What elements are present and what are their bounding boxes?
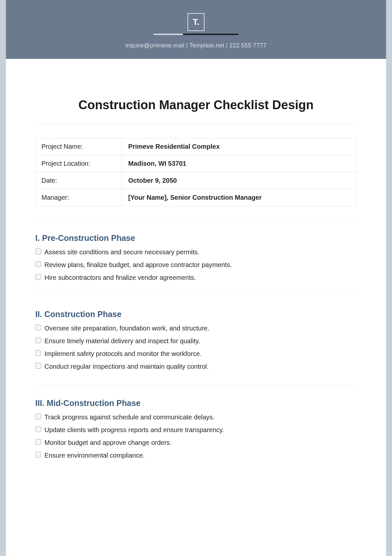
table-row: Project Name: Primeve Residential Comple…: [36, 138, 357, 155]
section-title: II. Construction Phase: [35, 310, 357, 319]
section-title: I. Pre-Construction Phase: [35, 233, 357, 243]
checklist-item: Track progress against schedule and comm…: [35, 413, 357, 422]
info-value: October 9, 2050: [122, 172, 357, 189]
logo: T.: [188, 13, 204, 31]
checklist-text: Monitor budget and approve change orders…: [44, 438, 172, 447]
document-title: Construction Manager Checklist Design: [35, 98, 357, 112]
info-value: Madison, WI 53701: [122, 155, 357, 172]
checklist-item: Oversee site preparation, foundation wor…: [35, 324, 357, 333]
section-title: III. Mid-Construction Phase: [35, 398, 357, 408]
table-row: Date: October 9, 2050: [36, 172, 357, 189]
info-value: Primeve Residential Complex: [122, 138, 357, 155]
checklist-item: Monitor budget and approve change orders…: [35, 438, 357, 447]
divider: [35, 219, 357, 220]
checklist-item: Implement safety protocols and monitor t…: [35, 349, 357, 359]
checkbox[interactable]: [35, 248, 41, 254]
checklist-item: Ensure environmental compliance.: [35, 451, 357, 460]
checklist-item: Hire subcontractors and finalize vendor …: [35, 273, 357, 282]
section-pre-construction: I. Pre-Construction Phase Assess site co…: [35, 233, 357, 282]
section-construction: II. Construction Phase Oversee site prep…: [35, 310, 357, 371]
checklist-text: Review plans, finalize budget, and appro…: [44, 260, 232, 270]
checkbox[interactable]: [35, 363, 41, 369]
table-row: Project Location: Madison, WI 53701: [36, 155, 357, 172]
checklist-text: Ensure timely material delivery and insp…: [44, 336, 200, 346]
header-band: T. inquire@primeve.mail | Template.net |…: [6, 0, 386, 59]
section-mid-construction: III. Mid-Construction Phase Track progre…: [35, 398, 357, 460]
checklist-text: Assess site conditions and secure necess…: [44, 247, 200, 257]
checkbox[interactable]: [35, 413, 41, 419]
document-page: T. inquire@primeve.mail | Template.net |…: [6, 0, 386, 556]
checklist-text: Conduct regular inspections and maintain…: [44, 362, 209, 371]
table-row: Manager: [Your Name], Senior Constructio…: [36, 189, 357, 206]
checklist-item: Conduct regular inspections and maintain…: [35, 362, 357, 371]
checklist-text: Track progress against schedule and comm…: [44, 413, 215, 422]
checklist-item: Update clients with progress reports and…: [35, 425, 357, 435]
checkbox[interactable]: [35, 426, 41, 432]
checklist-text: Ensure environmental compliance.: [44, 451, 145, 460]
checklist-item: Assess site conditions and secure necess…: [35, 247, 357, 257]
info-label: Date:: [36, 172, 122, 189]
checklist-item: Ensure timely material delivery and insp…: [35, 336, 357, 346]
checklist-text: Implement safety protocols and monitor t…: [44, 349, 202, 359]
info-value: [Your Name], Senior Construction Manager: [122, 189, 357, 206]
info-label: Project Location:: [36, 155, 122, 172]
info-label: Project Name:: [36, 138, 122, 155]
checkbox[interactable]: [35, 350, 41, 356]
checklist-text: Oversee site preparation, foundation wor…: [44, 324, 209, 333]
content-area: Construction Manager Checklist Design Pr…: [6, 59, 386, 483]
divider: [35, 384, 357, 385]
checklist-text: Hire subcontractors and finalize vendor …: [44, 273, 196, 282]
checklist-item: Review plans, finalize budget, and appro…: [35, 260, 357, 270]
divider: [35, 295, 357, 296]
checklist-text: Update clients with progress reports and…: [44, 425, 224, 435]
checkbox[interactable]: [35, 452, 41, 458]
checkbox[interactable]: [35, 439, 41, 445]
checkbox[interactable]: [35, 274, 41, 280]
divider: [35, 125, 357, 125]
contact-line: inquire@primeve.mail | Template.net | 22…: [6, 42, 386, 49]
checkbox[interactable]: [35, 261, 41, 267]
project-info-table: Project Name: Primeve Residential Comple…: [35, 138, 357, 206]
logo-underline: [154, 34, 238, 35]
checkbox[interactable]: [35, 325, 41, 330]
info-label: Manager:: [36, 189, 122, 206]
checkbox[interactable]: [35, 337, 41, 343]
